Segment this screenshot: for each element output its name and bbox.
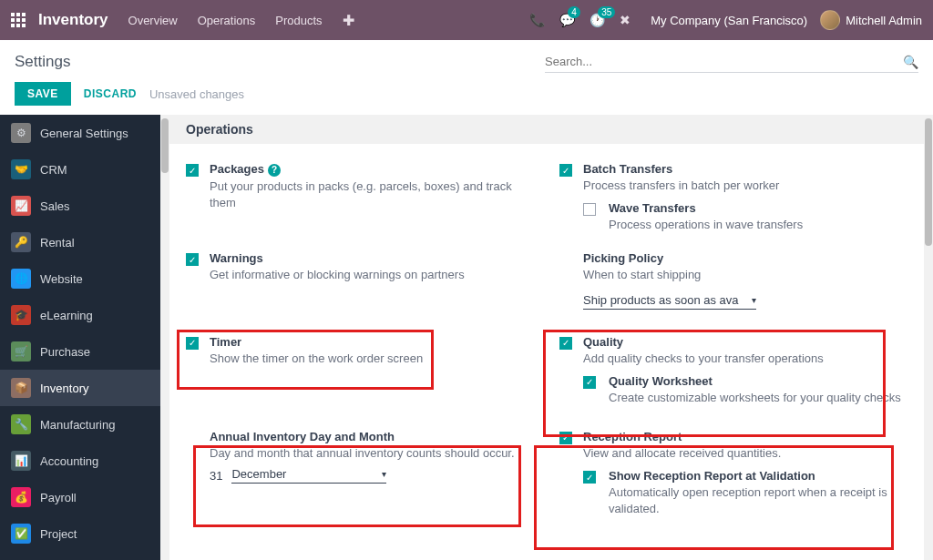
- setting-warnings: ✓ Warnings Get informative or blocking w…: [186, 246, 541, 321]
- picking-policy-select[interactable]: Ship products as soon as ava▾: [583, 293, 756, 310]
- annual-day-input[interactable]: 31: [210, 469, 222, 483]
- scroll-thumb[interactable]: [161, 118, 169, 173]
- box-icon: 📦: [11, 378, 31, 398]
- chart-icon: 📈: [11, 196, 31, 216]
- nav-operations[interactable]: Operations: [198, 14, 256, 27]
- svg-rect-2: [22, 13, 26, 16]
- avatar[interactable]: [820, 10, 840, 30]
- checkbox-timer[interactable]: ✓: [186, 337, 199, 350]
- checkbox-batch[interactable]: ✓: [559, 164, 572, 177]
- save-button[interactable]: SAVE: [15, 82, 71, 106]
- activity-icon[interactable]: 🕐35: [590, 13, 605, 27]
- money-icon: 💰: [11, 487, 31, 507]
- sidebar-payroll[interactable]: 💰Payroll: [0, 479, 160, 515]
- setting-reception-report: ✓ Reception Report View and allocate rec…: [559, 419, 915, 531]
- sidebar-accounting[interactable]: 📊Accounting: [0, 443, 160, 479]
- sidebar-rental[interactable]: 🔑Rental: [0, 224, 160, 260]
- sidebar-inventory[interactable]: 📦Inventory: [0, 370, 160, 406]
- setting-timer: ✓ Timer Show the timer on the work order…: [186, 322, 541, 419]
- setting-annual-inventory: Annual Inventory Day and Month Day and m…: [186, 419, 541, 531]
- tools-icon[interactable]: ✖: [620, 13, 631, 27]
- checkbox-quality[interactable]: ✓: [559, 337, 572, 350]
- checkbox-warnings[interactable]: ✓: [186, 253, 199, 266]
- checkbox-show-reception[interactable]: ✓: [583, 471, 596, 484]
- scrollbar-right[interactable]: [924, 115, 933, 560]
- setting-quality: ✓ Quality Add quality checks to your tra…: [559, 322, 915, 419]
- key-icon: 🔑: [11, 232, 31, 252]
- sidebar-purchase[interactable]: 🛒Purchase: [0, 333, 160, 370]
- sidebar-elearning[interactable]: 🎓eLearning: [0, 297, 160, 333]
- app-brand[interactable]: Inventory: [38, 11, 108, 29]
- settings-content: Operations ✓ Packages? Put your products…: [160, 115, 933, 560]
- scroll-thumb[interactable]: [925, 118, 932, 246]
- top-navbar: Inventory Overview Operations Products ✚…: [0, 0, 933, 40]
- book-icon: 📊: [11, 451, 31, 471]
- sidebar-project[interactable]: ✅Project: [0, 515, 160, 552]
- chat-icon[interactable]: 💬4: [559, 13, 575, 27]
- svg-rect-1: [16, 13, 20, 16]
- sidebar-website[interactable]: 🌐Website: [0, 260, 160, 297]
- checkbox-wave[interactable]: [583, 203, 596, 216]
- svg-rect-3: [11, 18, 15, 22]
- apps-icon[interactable]: [11, 13, 26, 27]
- checkbox-packages[interactable]: ✓: [186, 164, 199, 177]
- handshake-icon: 🤝: [11, 159, 31, 179]
- search-wrap: 🔍: [545, 51, 918, 73]
- svg-rect-6: [11, 24, 15, 27]
- section-operations: Operations: [160, 115, 933, 144]
- sidebar-manufacturing[interactable]: 🔧Manufacturing: [0, 406, 160, 443]
- unsaved-label: Unsaved changes: [149, 87, 244, 101]
- page-title: Settings: [15, 53, 70, 71]
- action-row: SAVE DISCARD Unsaved changes: [0, 82, 933, 115]
- checkbox-reception[interactable]: ✓: [559, 432, 572, 444]
- svg-rect-7: [16, 24, 20, 27]
- scrollbar-left[interactable]: [160, 115, 169, 560]
- search-icon[interactable]: 🔍: [903, 55, 918, 69]
- wrench-icon: 🔧: [11, 414, 31, 434]
- nav-products[interactable]: Products: [275, 14, 322, 27]
- chevron-down-icon: ▾: [382, 469, 386, 479]
- sidebar-crm[interactable]: 🤝CRM: [0, 151, 160, 188]
- setting-picking-policy: Picking Policy When to start shipping Sh…: [559, 246, 915, 321]
- svg-rect-5: [22, 18, 26, 22]
- svg-rect-4: [16, 18, 20, 22]
- sidebar-general-settings[interactable]: ⚙General Settings: [0, 115, 160, 151]
- cart-icon: 🛒: [11, 341, 31, 361]
- chat-badge: 4: [568, 6, 580, 18]
- discard-button[interactable]: DISCARD: [84, 87, 137, 100]
- company-selector[interactable]: My Company (San Francisco): [651, 14, 807, 27]
- graduation-icon: 🎓: [11, 305, 31, 325]
- setting-packages: ✓ Packages? Put your products in packs (…: [186, 157, 541, 246]
- page-header: Settings 🔍: [0, 40, 933, 82]
- activity-badge: 35: [598, 6, 615, 18]
- checkbox-quality-worksheet[interactable]: ✓: [583, 376, 596, 389]
- annual-month-select[interactable]: December▾: [231, 467, 386, 484]
- gear-icon: ⚙: [11, 123, 31, 143]
- nav-overview[interactable]: Overview: [128, 14, 178, 27]
- nav-plus-icon[interactable]: ✚: [343, 12, 354, 29]
- checklist-icon: ✅: [11, 524, 31, 544]
- help-icon[interactable]: ?: [268, 164, 281, 177]
- svg-rect-8: [22, 24, 26, 27]
- svg-rect-0: [11, 13, 15, 16]
- sidebar-sales[interactable]: 📈Sales: [0, 188, 160, 224]
- phone-icon[interactable]: 📞: [529, 13, 545, 27]
- chevron-down-icon: ▾: [752, 295, 756, 305]
- settings-sidebar: ⚙General Settings 🤝CRM 📈Sales 🔑Rental 🌐W…: [0, 115, 160, 560]
- globe-icon: 🌐: [11, 269, 31, 289]
- search-input[interactable]: [545, 51, 903, 72]
- setting-batch-transfers: ✓ Batch Transfers Process transfers in b…: [559, 157, 915, 246]
- username[interactable]: Mitchell Admin: [846, 14, 922, 27]
